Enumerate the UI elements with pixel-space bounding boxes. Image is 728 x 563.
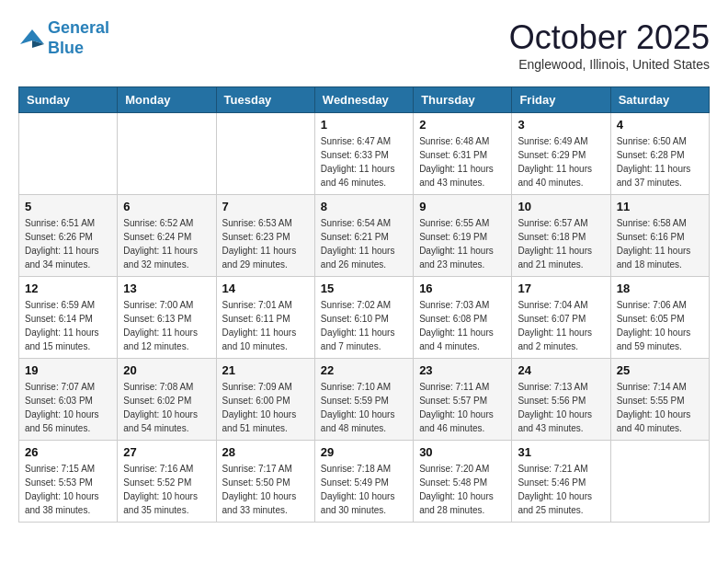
day-info: Sunrise: 6:51 AM Sunset: 6:26 PM Dayligh… xyxy=(25,216,111,271)
day-number: 21 xyxy=(222,363,309,377)
calendar-cell: 25Sunrise: 7:14 AM Sunset: 5:55 PM Dayli… xyxy=(610,359,709,441)
day-info: Sunrise: 7:21 AM Sunset: 5:46 PM Dayligh… xyxy=(518,462,604,517)
day-number: 5 xyxy=(25,200,111,213)
weekday-header-sunday: Sunday xyxy=(19,87,118,113)
day-info: Sunrise: 7:16 AM Sunset: 5:52 PM Dayligh… xyxy=(123,462,210,517)
day-info: Sunrise: 7:14 AM Sunset: 5:55 PM Dayligh… xyxy=(617,380,703,435)
day-info: Sunrise: 6:49 AM Sunset: 6:29 PM Dayligh… xyxy=(518,134,604,190)
day-info: Sunrise: 6:50 AM Sunset: 6:28 PM Dayligh… xyxy=(617,134,703,190)
calendar-cell: 13Sunrise: 7:00 AM Sunset: 6:13 PM Dayli… xyxy=(118,277,216,359)
calendar-cell: 18Sunrise: 7:06 AM Sunset: 6:05 PM Dayli… xyxy=(610,277,709,359)
day-number: 3 xyxy=(518,118,604,132)
calendar-week-2: 5Sunrise: 6:51 AM Sunset: 6:26 PM Daylig… xyxy=(19,195,710,277)
calendar-week-3: 12Sunrise: 6:59 AM Sunset: 6:14 PM Dayli… xyxy=(19,277,710,359)
calendar-cell: 5Sunrise: 6:51 AM Sunset: 6:26 PM Daylig… xyxy=(19,195,118,277)
day-info: Sunrise: 6:54 AM Sunset: 6:21 PM Dayligh… xyxy=(321,216,407,271)
title-area: October 2025 Englewood, Illinois, United… xyxy=(509,18,710,72)
day-number: 13 xyxy=(123,282,210,295)
day-number: 31 xyxy=(518,445,604,459)
day-number: 12 xyxy=(25,282,111,295)
calendar-cell: 10Sunrise: 6:57 AM Sunset: 6:18 PM Dayli… xyxy=(512,195,610,277)
day-number: 18 xyxy=(617,282,703,295)
day-number: 9 xyxy=(419,200,506,213)
day-number: 8 xyxy=(321,200,407,213)
day-number: 20 xyxy=(123,363,210,377)
calendar-cell xyxy=(118,113,216,195)
day-number: 16 xyxy=(419,282,506,295)
calendar-cell: 1Sunrise: 6:47 AM Sunset: 6:33 PM Daylig… xyxy=(314,113,413,195)
day-number: 2 xyxy=(419,118,506,132)
day-info: Sunrise: 7:13 AM Sunset: 5:56 PM Dayligh… xyxy=(518,380,604,435)
calendar: SundayMondayTuesdayWednesdayThursdayFrid… xyxy=(18,86,710,523)
day-info: Sunrise: 7:07 AM Sunset: 6:03 PM Dayligh… xyxy=(25,380,111,435)
logo-line2: Blue xyxy=(48,39,84,57)
day-number: 19 xyxy=(25,363,111,377)
day-number: 25 xyxy=(617,363,703,377)
day-info: Sunrise: 6:53 AM Sunset: 6:23 PM Dayligh… xyxy=(222,216,309,271)
day-info: Sunrise: 6:55 AM Sunset: 6:19 PM Dayligh… xyxy=(419,216,506,271)
page-header: General Blue October 2025 Englewood, Ill… xyxy=(18,18,710,72)
day-number: 24 xyxy=(518,363,604,377)
day-number: 15 xyxy=(321,282,407,295)
calendar-cell xyxy=(19,113,118,195)
day-number: 4 xyxy=(617,118,703,132)
day-info: Sunrise: 7:06 AM Sunset: 6:05 PM Dayligh… xyxy=(617,298,703,353)
day-number: 1 xyxy=(321,118,407,132)
day-info: Sunrise: 6:57 AM Sunset: 6:18 PM Dayligh… xyxy=(518,216,604,271)
weekday-header-wednesday: Wednesday xyxy=(314,87,413,113)
calendar-cell: 2Sunrise: 6:48 AM Sunset: 6:31 PM Daylig… xyxy=(414,113,512,195)
weekday-header-monday: Monday xyxy=(118,87,216,113)
weekday-header-tuesday: Tuesday xyxy=(216,87,314,113)
calendar-cell: 29Sunrise: 7:18 AM Sunset: 5:49 PM Dayli… xyxy=(314,441,413,523)
calendar-week-1: 1Sunrise: 6:47 AM Sunset: 6:33 PM Daylig… xyxy=(19,113,710,195)
calendar-week-5: 26Sunrise: 7:15 AM Sunset: 5:53 PM Dayli… xyxy=(19,441,710,523)
day-info: Sunrise: 7:10 AM Sunset: 5:59 PM Dayligh… xyxy=(321,380,407,435)
day-number: 27 xyxy=(123,445,210,459)
weekday-header-thursday: Thursday xyxy=(414,87,512,113)
month-title: October 2025 xyxy=(509,18,710,57)
calendar-cell: 27Sunrise: 7:16 AM Sunset: 5:52 PM Dayli… xyxy=(118,441,216,523)
calendar-cell: 17Sunrise: 7:04 AM Sunset: 6:07 PM Dayli… xyxy=(512,277,610,359)
logo-line1: General xyxy=(48,18,109,37)
day-info: Sunrise: 6:52 AM Sunset: 6:24 PM Dayligh… xyxy=(123,216,210,271)
day-info: Sunrise: 7:03 AM Sunset: 6:08 PM Dayligh… xyxy=(419,298,506,353)
logo: General Blue xyxy=(18,18,109,58)
weekday-header-saturday: Saturday xyxy=(610,87,709,113)
calendar-cell: 8Sunrise: 6:54 AM Sunset: 6:21 PM Daylig… xyxy=(314,195,413,277)
calendar-cell: 12Sunrise: 6:59 AM Sunset: 6:14 PM Dayli… xyxy=(19,277,118,359)
calendar-week-4: 19Sunrise: 7:07 AM Sunset: 6:03 PM Dayli… xyxy=(19,359,710,441)
calendar-cell: 11Sunrise: 6:58 AM Sunset: 6:16 PM Dayli… xyxy=(610,195,709,277)
day-info: Sunrise: 7:08 AM Sunset: 6:02 PM Dayligh… xyxy=(123,380,210,435)
calendar-cell: 26Sunrise: 7:15 AM Sunset: 5:53 PM Dayli… xyxy=(19,441,118,523)
calendar-cell: 31Sunrise: 7:21 AM Sunset: 5:46 PM Dayli… xyxy=(512,441,610,523)
calendar-cell: 9Sunrise: 6:55 AM Sunset: 6:19 PM Daylig… xyxy=(414,195,512,277)
day-info: Sunrise: 6:47 AM Sunset: 6:33 PM Dayligh… xyxy=(321,134,407,190)
day-number: 26 xyxy=(25,445,111,459)
day-info: Sunrise: 7:04 AM Sunset: 6:07 PM Dayligh… xyxy=(518,298,604,353)
day-number: 11 xyxy=(617,200,703,213)
calendar-cell xyxy=(216,113,314,195)
calendar-cell: 3Sunrise: 6:49 AM Sunset: 6:29 PM Daylig… xyxy=(512,113,610,195)
calendar-cell: 6Sunrise: 6:52 AM Sunset: 6:24 PM Daylig… xyxy=(118,195,216,277)
day-number: 22 xyxy=(321,363,407,377)
day-number: 17 xyxy=(518,282,604,295)
day-info: Sunrise: 7:17 AM Sunset: 5:50 PM Dayligh… xyxy=(222,462,309,517)
logo-icon xyxy=(18,28,46,50)
location-title: Englewood, Illinois, United States xyxy=(509,57,710,72)
day-info: Sunrise: 7:20 AM Sunset: 5:48 PM Dayligh… xyxy=(419,462,506,517)
day-info: Sunrise: 7:11 AM Sunset: 5:57 PM Dayligh… xyxy=(419,380,506,435)
calendar-cell: 28Sunrise: 7:17 AM Sunset: 5:50 PM Dayli… xyxy=(216,441,314,523)
weekday-header-row: SundayMondayTuesdayWednesdayThursdayFrid… xyxy=(19,87,710,113)
day-number: 23 xyxy=(419,363,506,377)
day-number: 14 xyxy=(222,282,309,295)
calendar-cell: 14Sunrise: 7:01 AM Sunset: 6:11 PM Dayli… xyxy=(216,277,314,359)
calendar-cell: 20Sunrise: 7:08 AM Sunset: 6:02 PM Dayli… xyxy=(118,359,216,441)
day-number: 28 xyxy=(222,445,309,459)
calendar-cell: 23Sunrise: 7:11 AM Sunset: 5:57 PM Dayli… xyxy=(414,359,512,441)
day-number: 7 xyxy=(222,200,309,213)
logo-text: General Blue xyxy=(48,18,109,58)
calendar-cell: 24Sunrise: 7:13 AM Sunset: 5:56 PM Dayli… xyxy=(512,359,610,441)
day-number: 6 xyxy=(123,200,210,213)
day-info: Sunrise: 6:48 AM Sunset: 6:31 PM Dayligh… xyxy=(419,134,506,190)
calendar-cell: 21Sunrise: 7:09 AM Sunset: 6:00 PM Dayli… xyxy=(216,359,314,441)
